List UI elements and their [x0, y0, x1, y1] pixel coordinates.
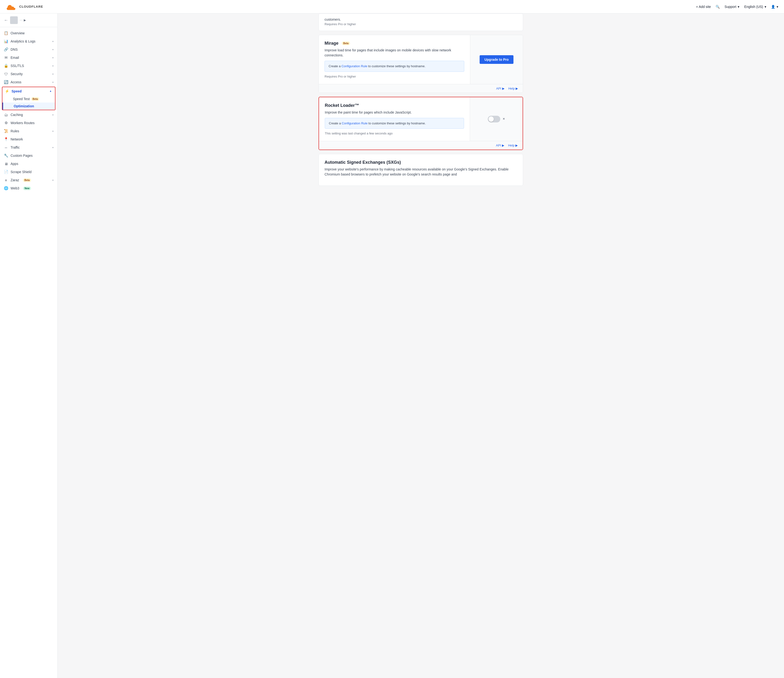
sidebar-item-traffic[interactable]: ↔ Traffic ▾ — [0, 143, 58, 151]
user-icon: 👤 — [771, 5, 775, 9]
sidebar-item-caching[interactable]: 🗂 Caching ▾ — [0, 111, 58, 119]
speed-test-beta-badge: Beta — [31, 97, 39, 101]
sidebar-item-label-caching: Caching — [11, 113, 23, 117]
language-button[interactable]: English (US) ▾ — [744, 5, 766, 9]
sidebar-item-analytics-logs[interactable]: 📊 Analytics & Logs ▾ — [0, 37, 58, 45]
rocket-loader-toggle-slider — [488, 116, 500, 123]
sidebar-item-scrape-shield[interactable]: 📄 Scrape Shield — [0, 168, 58, 176]
sidebar-item-rules[interactable]: 📜 Rules ▾ — [0, 127, 58, 135]
sidebar-item-email[interactable]: ✉ Email ▾ — [0, 54, 58, 62]
mirage-footer: API ▶ Help ▶ — [319, 84, 523, 93]
sidebar-header: ← ·· ▶ — [0, 14, 58, 27]
sidebar-sub-item-speed-test[interactable]: Speed Test Beta — [2, 95, 55, 103]
rules-icon: 📜 — [4, 129, 8, 133]
dns-chevron-icon: ▾ — [52, 48, 53, 51]
sidebar-item-label-access: Access — [11, 80, 21, 84]
zaraz-icon: ≡ — [4, 178, 8, 182]
zaraz-beta-badge: Beta — [23, 178, 31, 182]
mirage-beta-badge: Beta — [342, 42, 350, 45]
sidebar-dots: ·· — [20, 18, 22, 22]
rocket-loader-api-link[interactable]: API ▶ — [496, 143, 504, 147]
sidebar-item-web3[interactable]: 🌐 Web3 New — [0, 184, 58, 192]
mirage-desc: Improve load time for pages that include… — [325, 48, 464, 58]
sidebar-item-access[interactable]: 🔄 Access ▾ — [0, 78, 58, 86]
support-button[interactable]: Support ▾ — [725, 5, 739, 9]
logo: CLOUDFLARE — [6, 3, 43, 11]
sidebar-item-dns[interactable]: 🔗 DNS ▾ — [0, 45, 58, 54]
sidebar-item-label-apps: Apps — [11, 162, 18, 166]
topnav: CLOUDFLARE + Add site 🔍 Support ▾ Englis… — [0, 0, 784, 14]
caching-chevron-icon: ▾ — [52, 114, 53, 116]
support-chevron-icon: ▾ — [738, 5, 739, 9]
rocket-loader-help-link[interactable]: Help ▶ — [508, 143, 518, 147]
mirage-title: Mirage Beta — [325, 41, 464, 46]
sidebar-item-label-traffic: Traffic — [11, 146, 20, 149]
security-chevron-icon: ▾ — [52, 73, 53, 75]
mirage-action: Upgrade to Pro — [470, 35, 523, 84]
search-icon: 🔍 — [716, 5, 720, 9]
language-chevron-icon: ▾ — [765, 5, 766, 9]
sidebar-navigation: 📋 Overview 📊 Analytics & Logs ▾ 🔗 DNS ▾ … — [0, 27, 58, 194]
email-icon: ✉ — [4, 56, 8, 60]
sidebar-item-label-ssl: SSL/TLS — [11, 64, 24, 68]
speed-chevron-icon: ▾ — [50, 90, 51, 93]
mirage-help-link[interactable]: Help ▶ — [509, 87, 518, 90]
sidebar-sub-item-optimization[interactable]: Optimization — [2, 103, 55, 110]
topnav-actions: + Add site 🔍 Support ▾ English (US) ▾ 👤 … — [696, 5, 778, 9]
sidebar-item-speed[interactable]: ⚡ Speed ▾ — [2, 87, 55, 95]
back-button[interactable]: ← — [4, 18, 8, 23]
sidebar-item-workers-routes[interactable]: ⚙ Workers Routes — [0, 119, 58, 127]
workers-icon: ⚙ — [4, 121, 8, 125]
rocket-loader-config-rule-link[interactable]: Configuration Rule — [342, 121, 367, 125]
sidebar-item-label-zaraz: Zaraz — [11, 178, 19, 182]
rules-chevron-icon: ▾ — [52, 130, 53, 132]
mirage-req-text: Requires Pro or higher — [325, 75, 464, 78]
rocket-loader-desc: Improve the paint time for pages which i… — [325, 110, 464, 115]
sidebar-item-label-dns: DNS — [11, 48, 18, 51]
sidebar-item-zaraz[interactable]: ≡ Zaraz Beta ▾ — [0, 176, 58, 184]
sidebar-item-overview[interactable]: 📋 Overview — [0, 29, 58, 37]
rocket-loader-title-text: Rocket Loader™ — [325, 103, 359, 108]
sidebar-item-label-email: Email — [11, 56, 19, 59]
ssl-chevron-icon: ▾ — [52, 65, 53, 67]
mirage-upgrade-button[interactable]: Upgrade to Pro — [480, 55, 513, 64]
partial-desc: customers. — [325, 14, 517, 21]
card-sxg: Automatic Signed Exchanges (SXGs) Improv… — [319, 154, 523, 186]
sidebar-item-label-analytics: Analytics & Logs — [11, 39, 36, 43]
rocket-loader-title: Rocket Loader™ — [325, 103, 464, 108]
rocket-loader-card-body: Rocket Loader™ Improve the paint time fo… — [319, 97, 523, 141]
sidebar-item-network[interactable]: 📍 Network — [0, 135, 58, 143]
rocket-loader-toggle-x: ✕ — [502, 117, 505, 121]
logo-text: CLOUDFLARE — [19, 5, 43, 8]
mirage-config-rule-link[interactable]: Configuration Rule — [341, 64, 367, 68]
sidebar-item-apps[interactable]: 🖥 Apps — [0, 160, 58, 168]
mirage-title-text: Mirage — [325, 41, 339, 46]
sidebar-sub-label-speed-test: Speed Test — [13, 97, 30, 101]
custom-pages-icon: 🔧 — [4, 153, 8, 158]
web3-new-badge: New — [23, 187, 31, 190]
traffic-chevron-icon: ▾ — [52, 146, 53, 149]
rocket-loader-footer: API ▶ Help ▶ — [319, 141, 523, 149]
dns-icon: 🔗 — [4, 47, 8, 51]
zaraz-chevron-icon: ▾ — [52, 179, 53, 182]
support-label: Support — [725, 5, 736, 9]
rocket-loader-last-changed: This setting was last changed a few seco… — [325, 132, 464, 135]
rocket-loader-action: ✕ — [470, 97, 523, 141]
card-mirage: Mirage Beta Improve load time for pages … — [319, 35, 523, 93]
rocket-loader-toggle[interactable] — [488, 116, 500, 123]
sidebar-item-ssl-tls[interactable]: 🔒 SSL/TLS ▾ — [0, 62, 58, 70]
sidebar-expand-button[interactable]: ▶ — [24, 19, 26, 22]
sidebar-item-label-scrape-shield: Scrape Shield — [11, 170, 31, 174]
card-partial-top: customers. Requires Pro or higher — [319, 14, 523, 31]
mirage-info-box: Create a Configuration Rule to customize… — [325, 61, 464, 72]
search-button[interactable]: 🔍 — [716, 5, 720, 9]
rocket-loader-content: Rocket Loader™ Improve the paint time fo… — [319, 97, 470, 141]
user-button[interactable]: 👤 ▾ — [771, 5, 778, 9]
sidebar-item-label-custom-pages: Custom Pages — [11, 154, 33, 157]
sidebar-item-security[interactable]: 🛡 Security ▾ — [0, 70, 58, 78]
mirage-api-link[interactable]: API ▶ — [496, 87, 505, 90]
user-chevron-icon: ▾ — [776, 5, 778, 9]
overview-icon: 📋 — [4, 31, 8, 35]
sidebar-item-custom-pages[interactable]: 🔧 Custom Pages — [0, 151, 58, 160]
add-site-button[interactable]: + Add site — [696, 5, 711, 9]
